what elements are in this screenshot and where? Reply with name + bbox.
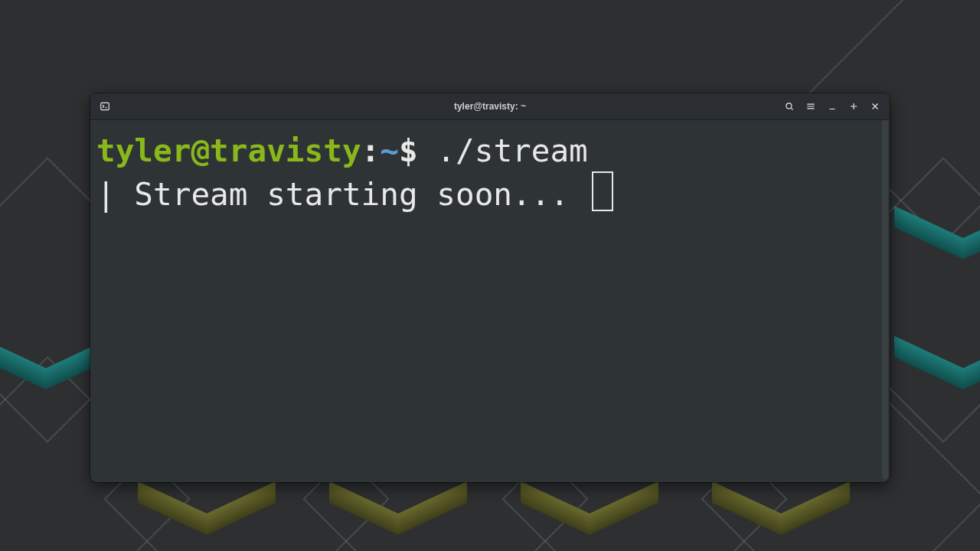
scrollbar[interactable] — [882, 119, 888, 479]
prompt-separator: : — [361, 132, 381, 169]
svg-point-1 — [786, 103, 792, 109]
prompt-symbol: $ — [399, 132, 436, 169]
output-line: | Stream starting soon... — [96, 176, 569, 213]
minimize-icon[interactable] — [822, 97, 842, 116]
plus-icon[interactable] — [844, 97, 864, 116]
prompt-user-host: tyler@travisty — [96, 132, 361, 169]
hamburger-icon[interactable] — [801, 97, 821, 116]
prompt-path: ~ — [380, 132, 399, 169]
cursor — [592, 171, 613, 211]
terminal-icon — [95, 97, 115, 116]
window-title: tyler@travisty: ~ — [454, 101, 526, 112]
search-icon[interactable] — [779, 97, 799, 116]
terminal-window: tyler@travisty: ~ tyler@travisty:~$ ./st… — [90, 93, 890, 482]
command-text: ./stream — [436, 132, 587, 169]
terminal-body[interactable]: tyler@travisty:~$ ./stream | Stream star… — [90, 120, 890, 482]
close-icon[interactable] — [865, 97, 885, 116]
window-titlebar: tyler@travisty: ~ — [90, 93, 890, 120]
svg-rect-0 — [101, 103, 109, 109]
